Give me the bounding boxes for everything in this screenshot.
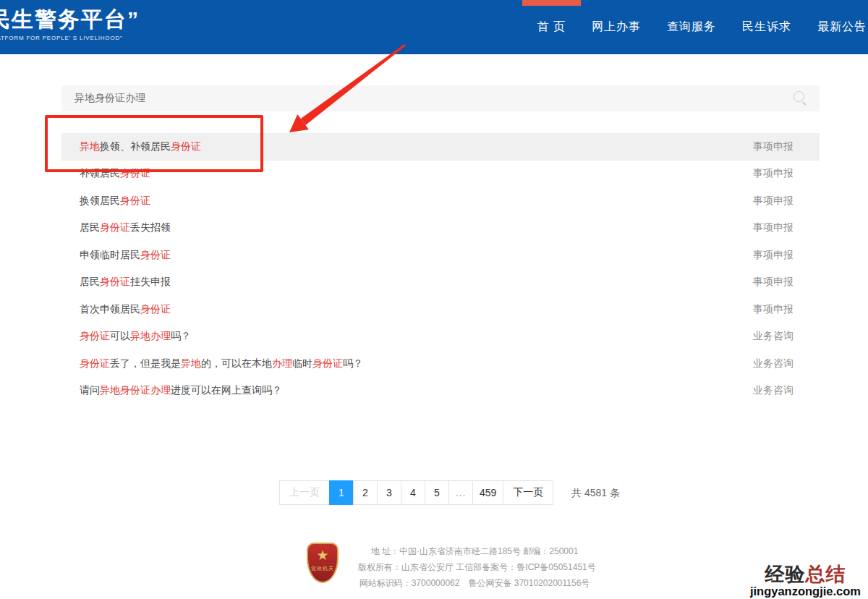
result-title[interactable]: 补领居民身份证 xyxy=(80,167,150,180)
result-row[interactable]: 身份证丢了，但是我是异地的，可以在本地办理临时身份证吗？业务咨询 xyxy=(61,350,820,378)
main-nav: 首 页网上办事查询服务民生诉求最新公告 xyxy=(537,0,867,54)
page-number-button[interactable]: 3 xyxy=(377,480,401,505)
page-number-button[interactable]: 5 xyxy=(425,480,449,505)
watermark-title-black: 经验 xyxy=(765,564,805,585)
nav-item[interactable]: 网上办事 xyxy=(592,14,641,41)
result-row[interactable]: 异地换领、补领居民身份证事项申报 xyxy=(61,133,820,161)
result-row[interactable]: 申领临时居民身份证事项申报 xyxy=(61,242,820,269)
page-next-button[interactable]: 下一页 xyxy=(503,480,553,505)
nav-item[interactable]: 查询服务 xyxy=(667,14,716,41)
result-list: 异地换领、补领居民身份证事项申报补领居民身份证事项申报换领居民身份证事项申报居民… xyxy=(61,133,820,404)
footer-copyright: 版权所有：山东省公安厅 工信部备案号：鲁ICP备05051451号 xyxy=(358,559,591,575)
search-input[interactable] xyxy=(61,85,789,111)
search-bar xyxy=(61,85,820,111)
page-number-button[interactable]: 4 xyxy=(401,480,425,505)
result-row[interactable]: 居民身份证丢失招领事项申报 xyxy=(61,215,820,242)
result-category: 事项申报 xyxy=(753,249,793,262)
footer-address: 地 址：中国·山东省济南市经二路185号 邮编：250001 xyxy=(358,543,591,559)
page-number-button[interactable]: 1 xyxy=(329,480,354,505)
result-category: 事项申报 xyxy=(753,276,793,289)
pagination-total: 共 4581 条 xyxy=(571,487,620,500)
site-logo-cn: 民生警务平台” xyxy=(0,7,140,32)
result-title[interactable]: 居民身份证挂失申报 xyxy=(80,276,171,289)
site-logo[interactable]: 民生警务平台” PLATFORM FOR PEOPLE’ S LIVELIHOO… xyxy=(0,7,140,41)
result-row[interactable]: 身份证可以异地办理吗？业务咨询 xyxy=(61,323,820,351)
nav-item[interactable]: 首 页 xyxy=(537,14,566,41)
result-category: 事项申报 xyxy=(753,221,793,234)
badge-label: 党政机关 xyxy=(311,565,334,572)
footer-site-code: 网站标识码：3700000062 鲁公网安备 37010202001156号 xyxy=(358,575,591,591)
page-prev-button[interactable]: 上一页 xyxy=(279,480,330,505)
result-title[interactable]: 申领临时居民身份证 xyxy=(80,249,171,262)
search-icon[interactable] xyxy=(789,88,811,109)
watermark-title: 经验总结 xyxy=(750,564,861,585)
result-row[interactable]: 请问异地身份证办理进度可以在网上查询吗？业务咨询 xyxy=(61,378,820,405)
result-title[interactable]: 身份证丢了，但是我是异地的，可以在本地办理临时身份证吗？ xyxy=(80,357,363,370)
watermark-domain: jingyanzongjie.com xyxy=(750,585,861,598)
result-title[interactable]: 异地换领、补领居民身份证 xyxy=(80,140,201,153)
page-number-button[interactable]: 459 xyxy=(472,480,503,505)
nav-item[interactable]: 最新公告 xyxy=(817,14,867,41)
result-row[interactable]: 换领居民身份证事项申报 xyxy=(61,187,820,215)
page-number-button[interactable]: 2 xyxy=(353,480,378,505)
site-logo-en: PLATFORM FOR PEOPLE’ S LIVELIHOOD” xyxy=(0,35,140,41)
result-category: 事项申报 xyxy=(753,303,793,316)
watermark-title-red: 总结 xyxy=(805,564,846,585)
badge-star-icon: ★ xyxy=(316,546,328,565)
result-category: 事项申报 xyxy=(753,195,793,208)
result-category: 事项申报 xyxy=(753,140,793,153)
result-category: 业务咨询 xyxy=(753,384,793,397)
result-title[interactable]: 居民身份证丢失招领 xyxy=(80,221,171,234)
result-row[interactable]: 居民身份证挂失申报事项申报 xyxy=(61,269,820,297)
page-ellipsis[interactable]: ... xyxy=(448,480,473,505)
result-category: 业务咨询 xyxy=(753,357,793,370)
government-badge-icon: ★ 党政机关 xyxy=(307,543,339,583)
footer-info: 地 址：中国·山东省济南市经二路185号 邮编：250001 版权所有：山东省公… xyxy=(358,543,591,591)
result-row[interactable]: 补领居民身份证事项申报 xyxy=(61,161,820,188)
result-title[interactable]: 身份证可以异地办理吗？ xyxy=(80,330,191,343)
result-title[interactable]: 首次申领居民身份证 xyxy=(80,303,171,316)
pagination: 上一页12345...459下一页 xyxy=(279,480,553,505)
top-header: 民生警务平台” PLATFORM FOR PEOPLE’ S LIVELIHOO… xyxy=(0,0,868,54)
result-category: 业务咨询 xyxy=(753,330,793,343)
nav-item[interactable]: 民生诉求 xyxy=(742,14,791,41)
result-title[interactable]: 换领居民身份证 xyxy=(80,195,150,208)
watermark: 经验总结 jingyanzongjie.com xyxy=(750,564,861,598)
result-title[interactable]: 请问异地身份证办理进度可以在网上查询吗？ xyxy=(80,384,282,397)
result-category: 事项申报 xyxy=(753,167,793,180)
result-row[interactable]: 首次申领居民身份证事项申报 xyxy=(61,296,820,323)
